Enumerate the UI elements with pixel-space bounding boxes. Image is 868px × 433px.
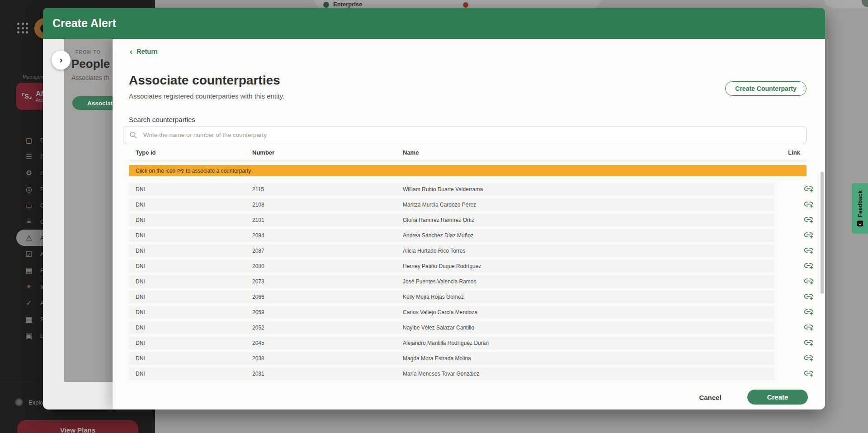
column-header-type-id: Type id [136, 149, 156, 156]
cell-number: 2080 [252, 260, 264, 273]
associate-button[interactable]: Associate [72, 96, 113, 110]
cell-number: 2052 [252, 321, 264, 334]
associate-link-button[interactable] [802, 199, 814, 210]
associate-link-button[interactable] [802, 353, 814, 364]
search-label: Search counterparties [129, 116, 195, 123]
table-row: DNI 2066 Kelly Mejía Rojas Gómez [129, 291, 823, 303]
cell-type-id: DNI [136, 260, 145, 273]
expand-panel-button[interactable]: › [52, 51, 71, 70]
add-link-icon [804, 276, 813, 286]
page-title: Associate counterparties [129, 73, 280, 88]
table-row: DNI 2045 Alejandro Mantilla Rodríguez Du… [129, 337, 823, 349]
cell-type-id: DNI [136, 275, 145, 288]
cell-name: María Meneses Tovar González [403, 367, 479, 380]
search-box [123, 127, 807, 143]
cell-type-id: DNI [136, 352, 145, 365]
cell-name: José Puentes Valencia Ramos [403, 275, 476, 288]
cell-number: 2101 [252, 214, 264, 226]
cell-type-id: DNI [136, 291, 145, 303]
cell-number: 2045 [252, 337, 264, 349]
cancel-button[interactable]: Cancel [688, 391, 733, 403]
table-header: Type id Number Name Link [129, 149, 807, 160]
cell-name: Magda Mora Estrada Molina [403, 352, 471, 365]
feedback-tab[interactable]: Feedback [852, 183, 868, 234]
cell-type-id: DNI [136, 321, 145, 334]
associate-link-button[interactable] [802, 184, 814, 195]
table-row: DNI 2108 Maritza Murcia Cardozo Pérez [129, 198, 823, 211]
table-row: DNI 2094 Andrea Sánchez Díaz Muñoz [129, 229, 823, 242]
cell-name: William Rubio Duarte Valderrama [403, 183, 483, 196]
cell-number: 2038 [252, 352, 264, 365]
table-row: DNI 2031 María Meneses Tovar González [129, 367, 823, 380]
cell-number: 2094 [252, 229, 264, 242]
table-row: DNI 2052 Nayibe Vélez Salazar Cantillo [129, 321, 823, 334]
modal-header: Create Alert [43, 8, 825, 39]
add-link-icon [804, 353, 813, 362]
column-header-link: Link [788, 149, 800, 156]
cell-type-id: DNI [136, 337, 145, 349]
create-alert-modal: Create Alert ·FROM TO People Associates … [43, 8, 825, 409]
associate-link-button[interactable] [802, 338, 814, 348]
cell-number: 2087 [252, 245, 264, 257]
create-button[interactable]: Create [747, 390, 808, 405]
associate-link-button[interactable] [802, 215, 814, 226]
scrollbar-thumb[interactable] [821, 172, 824, 294]
cell-name: Andrea Sánchez Díaz Muñoz [403, 229, 473, 242]
cell-type-id: DNI [136, 229, 145, 242]
wizard-step-title: People [71, 57, 110, 71]
page-subtitle: Associates registered counterparties wit… [129, 92, 284, 100]
cell-name: Carlos Vallejo García Mendoza [403, 306, 477, 319]
add-link-icon [804, 184, 813, 193]
wizard-step-subtitle: Associates th [71, 74, 109, 81]
feedback-smiley-icon [857, 221, 863, 226]
add-link-icon [804, 368, 813, 378]
cell-type-id: DNI [136, 183, 145, 196]
wizard-step-panel: ·FROM TO People Associates th Associate [64, 39, 113, 382]
associate-link-button[interactable] [802, 368, 814, 379]
feedback-label: Feedback [857, 190, 863, 217]
add-link-icon [177, 167, 184, 174]
search-icon [129, 131, 137, 139]
add-link-icon [804, 245, 813, 255]
cell-name: Alicia Hurtado Rico Torres [403, 245, 466, 257]
cell-number: 2073 [252, 275, 264, 288]
associate-link-button[interactable] [802, 292, 814, 302]
table-row: DNI 2073 José Puentes Valencia Ramos [129, 275, 823, 288]
search-input[interactable] [142, 127, 802, 143]
associate-link-button[interactable] [802, 230, 814, 241]
add-link-icon [804, 215, 813, 224]
table-row: DNI 2115 William Rubio Duarte Valderrama [129, 183, 823, 196]
cell-name: Nayibe Vélez Salazar Cantillo [403, 321, 474, 334]
modal-body: ·FROM TO People Associates th Associate … [43, 39, 825, 409]
column-header-number: Number [252, 149, 274, 156]
add-link-icon [804, 261, 813, 270]
table-row: DNI 2080 Herney Patiño Duque Rodríguez [129, 260, 823, 273]
cell-number: 2066 [252, 291, 264, 303]
add-link-icon [804, 292, 813, 301]
add-link-icon [804, 199, 813, 209]
add-link-icon [804, 230, 813, 240]
create-counterparty-button[interactable]: Create Counterparty [725, 81, 807, 96]
table-row: DNI 2059 Carlos Vallejo García Mendoza [129, 306, 823, 319]
associate-link-button[interactable] [802, 276, 814, 287]
modal-title: Create Alert [52, 17, 116, 30]
cell-number: 2115 [252, 183, 264, 196]
associate-link-button[interactable] [802, 245, 814, 256]
table-row: DNI 2038 Magda Mora Estrada Molina [129, 352, 823, 365]
counterparty-table: DNI 2115 William Rubio Duarte Valderrama [129, 183, 823, 383]
return-label: Return [137, 48, 158, 55]
cell-name: Maritza Murcia Cardozo Pérez [403, 198, 476, 211]
associate-link-button[interactable] [802, 307, 814, 318]
return-link[interactable]: ‹ Return [130, 48, 158, 55]
add-link-icon [804, 307, 813, 316]
table-row: DNI 2087 Alicia Hurtado Rico Torres [129, 245, 823, 257]
hint-banner: Click on the icon to associate a counter… [129, 165, 807, 176]
chevron-left-icon: ‹ [130, 48, 132, 55]
associate-link-button[interactable] [802, 322, 814, 333]
column-header-name: Name [403, 149, 419, 156]
cell-type-id: DNI [136, 245, 145, 257]
cell-type-id: DNI [136, 306, 145, 319]
associate-link-button[interactable] [802, 261, 814, 272]
table-row: DNI 2101 Gloria Ramírez Ramírez Ortiz [129, 214, 823, 226]
step-bullet-icon: · [71, 50, 74, 55]
